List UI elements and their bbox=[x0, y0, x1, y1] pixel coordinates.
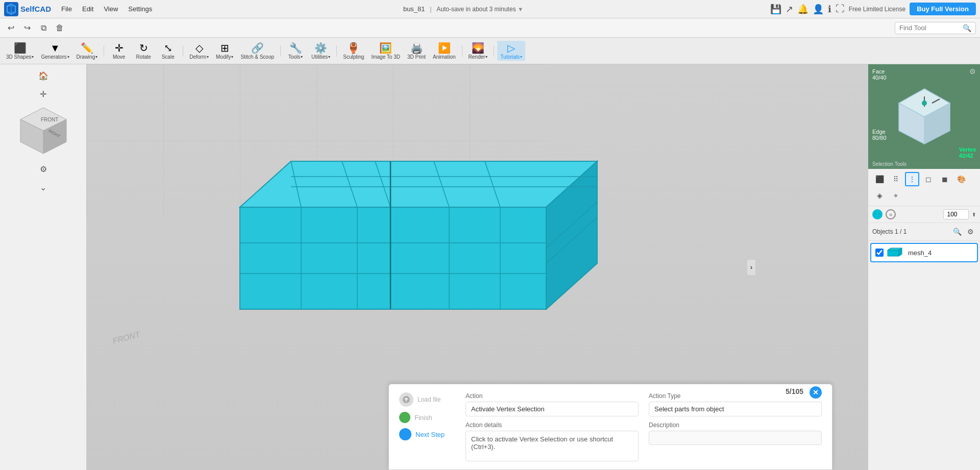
user-icon[interactable]: 👤 bbox=[813, 4, 824, 15]
edge-count: 80/80 bbox=[872, 135, 887, 141]
step-finish[interactable]: ✓ Finish bbox=[399, 412, 455, 423]
description-value bbox=[649, 431, 822, 445]
separator-6 bbox=[494, 45, 494, 57]
tool-drawing[interactable]: ✏️ Drawing▾ bbox=[74, 41, 101, 61]
autosave-dropdown[interactable]: ▼ bbox=[518, 6, 523, 12]
object-checkbox[interactable] bbox=[875, 249, 884, 257]
project-title: bus_81 bbox=[403, 5, 425, 13]
tool-tools[interactable]: 🔧 Tools▾ bbox=[284, 41, 307, 61]
view-settings-icon[interactable]: ⚙ bbox=[969, 67, 976, 76]
delete-button[interactable]: 🗑 bbox=[53, 21, 66, 35]
sel-face-icon[interactable]: ◼ bbox=[938, 172, 952, 186]
settings-icon[interactable]: ⚙ bbox=[36, 162, 51, 176]
move-3d-icon[interactable]: ✛ bbox=[36, 87, 51, 101]
tool-modify[interactable]: ⊞ Modify▾ bbox=[213, 41, 236, 61]
tool-tutorials[interactable]: ▷ Tutorials▾ bbox=[497, 41, 525, 61]
search-objects-button[interactable]: 🔍 bbox=[951, 226, 963, 237]
tool-utilities-label: Utilities▾ bbox=[311, 54, 330, 60]
tool-modify-icon: ⊞ bbox=[220, 42, 229, 54]
object-list: mesh_4 bbox=[868, 241, 980, 264]
opacity-stepper-up[interactable]: ⬆ bbox=[972, 212, 976, 217]
svg-point-42 bbox=[922, 101, 927, 106]
tool-move[interactable]: ✛ Move bbox=[107, 41, 131, 61]
close-tutorial-button[interactable]: ✕ bbox=[810, 386, 822, 399]
objects-label: Objects 1 / 1 bbox=[872, 228, 949, 235]
tool-deform-icon: ◇ bbox=[195, 42, 203, 54]
tool-3d-shapes-icon: ⬛ bbox=[14, 42, 27, 54]
license-text: Free Limited License bbox=[849, 6, 905, 13]
opacity-input[interactable] bbox=[943, 209, 969, 219]
selection-tools-row: ⬛ ⠿ ⋮ ◻ ◼ 🎨 ◈ ⌖ bbox=[868, 169, 980, 206]
description-label: Description bbox=[649, 422, 822, 429]
action-label: Action bbox=[465, 392, 639, 400]
info-icon[interactable]: ℹ bbox=[828, 4, 831, 15]
menu-file[interactable]: File bbox=[57, 3, 76, 15]
sel-edge-icon[interactable]: ◻ bbox=[921, 172, 936, 186]
tool-3d-shapes[interactable]: ⬛ 3D Shapes▾ bbox=[3, 41, 37, 61]
tool-rotate[interactable]: ↻ Rotate bbox=[132, 41, 155, 61]
menubar: SelfCAD File Edit View Settings bus_81 |… bbox=[0, 0, 980, 18]
menu-edit[interactable]: Edit bbox=[78, 3, 97, 15]
selfcad-logo-icon bbox=[4, 2, 18, 16]
tutorial-right-column: Action Type Select parts from object Des… bbox=[649, 392, 822, 461]
menu-settings[interactable]: Settings bbox=[124, 3, 156, 15]
tool-animation[interactable]: ▶️ Animation bbox=[430, 41, 458, 61]
object-item-mesh4[interactable]: mesh_4 bbox=[870, 243, 978, 262]
sel-paint-icon[interactable]: 🎨 bbox=[954, 172, 968, 186]
step-load-file[interactable]: Load file bbox=[399, 392, 455, 407]
buy-button[interactable]: Buy Full Version bbox=[910, 3, 976, 15]
wireframe-toggle[interactable]: ○ bbox=[886, 209, 896, 219]
fullscreen-icon[interactable]: ⛶ bbox=[836, 4, 845, 14]
sel-tool3-icon[interactable]: ⌖ bbox=[889, 188, 903, 203]
vertex-label: Vertex bbox=[959, 146, 976, 153]
tool-deform[interactable]: ◇ Deform▾ bbox=[186, 41, 212, 61]
expand-right-button[interactable]: › bbox=[747, 260, 755, 275]
expand-down-icon[interactable]: ⌄ bbox=[36, 180, 51, 194]
home-icon[interactable]: 🏠 bbox=[36, 68, 51, 83]
tool-3d-print[interactable]: 🖨️ 3D Print bbox=[404, 41, 429, 61]
tool-3d-shapes-label: 3D Shapes▾ bbox=[6, 54, 34, 60]
sel-vertex-select-icon[interactable]: ⋮ bbox=[905, 172, 919, 186]
right-panel: ⚙ Face 40/40 Edge bbox=[868, 64, 980, 470]
title-area: bus_81 | Auto-save in about 3 minutes ▼ bbox=[158, 5, 768, 13]
face-stats: Face 40/40 bbox=[872, 68, 887, 81]
tool-stitch[interactable]: 🔗 Stitch & Scoop bbox=[237, 41, 277, 61]
view-cube-svg[interactable] bbox=[891, 84, 958, 150]
tool-render[interactable]: 🌄 Render▾ bbox=[465, 41, 491, 61]
sel-tool2-icon[interactable]: ◈ bbox=[872, 188, 887, 203]
find-tool-container: 🔍 bbox=[895, 22, 976, 34]
finish-label: Finish bbox=[414, 414, 432, 422]
find-tool-input[interactable] bbox=[899, 24, 961, 32]
redo-button[interactable]: ↪ bbox=[20, 21, 34, 35]
tool-render-icon: 🌄 bbox=[472, 42, 484, 54]
step-next[interactable]: › Next Step bbox=[399, 428, 455, 440]
viewport[interactable]: FRONT Y Z X › bbox=[87, 64, 868, 470]
tool-sculpting[interactable]: 🏺 Sculpting bbox=[340, 41, 367, 61]
tool-image-to-3d[interactable]: 🖼️ Image To 3D bbox=[368, 41, 403, 61]
title-separator: | bbox=[430, 5, 431, 13]
tool-generators[interactable]: ▼ Generators▾ bbox=[38, 41, 72, 61]
tool-scale[interactable]: ⤡ Scale bbox=[156, 41, 180, 61]
sel-cube-icon[interactable]: ⬛ bbox=[872, 172, 887, 186]
tool-utilities[interactable]: ⚙️ Utilities▾ bbox=[308, 41, 333, 61]
copy-button[interactable]: ⧉ bbox=[37, 21, 50, 35]
bell-icon[interactable]: 🔔 bbox=[797, 4, 808, 15]
svg-marker-9 bbox=[240, 161, 597, 207]
save-icon[interactable]: 💾 bbox=[770, 4, 781, 15]
toolbar: ↩ ↪ ⧉ 🗑 🔍 bbox=[0, 18, 980, 38]
logo: SelfCAD bbox=[4, 2, 51, 16]
undo-button[interactable]: ↩ bbox=[4, 21, 17, 35]
tool-scale-icon: ⤡ bbox=[164, 42, 173, 54]
separator-5 bbox=[462, 45, 462, 57]
color-picker[interactable] bbox=[872, 209, 883, 219]
share-icon[interactable]: ↗ bbox=[786, 4, 793, 15]
tool-stitch-label: Stitch & Scoop bbox=[240, 54, 274, 60]
vertex-stats: Vertex 42/42 bbox=[959, 146, 976, 159]
next-step-label: Next Step bbox=[415, 431, 445, 438]
menu-view[interactable]: View bbox=[100, 3, 122, 15]
load-file-label: Load file bbox=[418, 396, 440, 403]
nav-cube[interactable]: FRONT RIGHT bbox=[18, 105, 69, 158]
objects-settings-button[interactable]: ⚙ bbox=[965, 226, 976, 237]
autosave-text: Auto-save in about 3 minutes bbox=[436, 6, 516, 13]
sel-vertices-icon[interactable]: ⠿ bbox=[889, 172, 903, 186]
